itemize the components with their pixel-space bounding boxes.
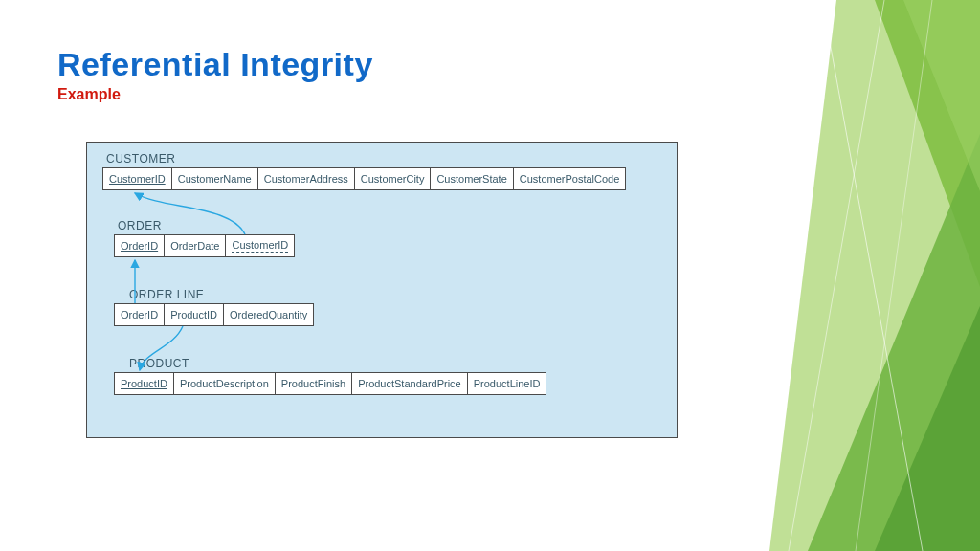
table-row-customer: CustomerID CustomerName CustomerAddress … (102, 167, 626, 190)
table-label-product: PRODUCT (129, 357, 189, 370)
col-customer-customercity: CustomerCity (355, 167, 432, 190)
col-product-productlineid: ProductLineID (468, 372, 547, 395)
table-row-order: OrderID OrderDate CustomerID (114, 234, 295, 257)
table-label-customer: CUSTOMER (106, 152, 175, 165)
col-product-productstandardprice: ProductStandardPrice (352, 372, 468, 395)
table-label-order: ORDER (118, 219, 162, 232)
col-order-orderid: OrderID (114, 234, 165, 257)
col-orderline-productid: ProductID (165, 303, 224, 326)
col-customer-customerid: CustomerID (102, 167, 172, 190)
table-row-orderline: OrderID ProductID OrderedQuantity (114, 303, 314, 326)
col-customer-customername: CustomerName (172, 167, 258, 190)
col-product-productfinish: ProductFinish (276, 372, 352, 395)
col-orderline-orderedquantity: OrderedQuantity (224, 303, 314, 326)
slide-subtitle: Example (57, 86, 121, 103)
slide: Referential Integrity Example CUSTOMER C… (0, 0, 980, 551)
col-orderline-orderid: OrderID (114, 303, 165, 326)
col-product-productdescription: ProductDescription (174, 372, 276, 395)
col-customer-customerpostalcode: CustomerPostalCode (514, 167, 627, 190)
col-customer-customerstate: CustomerState (431, 167, 513, 190)
col-order-orderdate: OrderDate (165, 234, 226, 257)
col-product-productid: ProductID (114, 372, 174, 395)
table-label-orderline: ORDER LINE (129, 288, 204, 301)
col-order-customerid: CustomerID (226, 234, 295, 257)
slide-title: Referential Integrity (57, 46, 373, 83)
schema-diagram: CUSTOMER CustomerID CustomerName Custome… (86, 142, 678, 438)
col-customer-customeraddress: CustomerAddress (258, 167, 355, 190)
table-row-product: ProductID ProductDescription ProductFini… (114, 372, 546, 395)
